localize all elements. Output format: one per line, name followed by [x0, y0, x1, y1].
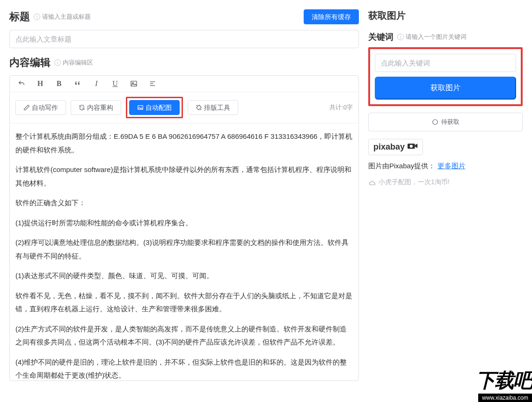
- editor-toolbar: H B I U: [10, 76, 358, 92]
- quote-icon[interactable]: [73, 80, 83, 87]
- cloud-icon: [368, 179, 376, 186]
- content-paragraph: 软件的正确含义如下：: [15, 196, 353, 210]
- keyword-label-row: 关键词 i 请输入一个图片关键词: [368, 31, 523, 43]
- side-footer-note: 小虎子配图，一次1淘币!: [368, 178, 523, 187]
- camera-icon: [408, 142, 418, 152]
- auto-image-button[interactable]: 自动配图: [129, 100, 180, 115]
- image-icon[interactable]: [129, 80, 139, 87]
- svg-rect-0: [131, 81, 137, 86]
- content-paragraph: 整个计算机系统由两部分组成：E.69DA 5 E 6 BA 9062616964…: [15, 130, 353, 157]
- fetch-image-button[interactable]: 获取图片: [375, 77, 516, 100]
- info-icon: i: [397, 34, 404, 40]
- watermark-logo: 下载吧: [476, 367, 532, 394]
- bold-icon[interactable]: B: [54, 79, 64, 88]
- fetch-image-label: 获取图片: [430, 84, 460, 92]
- restructure-label: 内容重构: [87, 104, 113, 111]
- article-title-input[interactable]: [9, 30, 359, 48]
- keyword-highlight-box: 获取图片: [368, 47, 523, 106]
- underline-icon[interactable]: U: [110, 79, 120, 88]
- layout-tool-label: 排版工具: [204, 104, 230, 111]
- refresh-icon: [79, 104, 85, 111]
- content-paragraph: (1)表达形式不同的硬件类型、颜色、味道、可见、可摸、可闻。: [15, 269, 353, 283]
- restructure-button[interactable]: 内容重构: [71, 100, 121, 115]
- keyword-label: 关键词: [368, 31, 394, 43]
- image-con-icon: [137, 104, 144, 111]
- content-paragraph: (2)程序可以满意地处理信息的数据结构。(3)说明程序功能要求和程序需要的文档的…: [15, 236, 353, 263]
- word-count: 共计:0字: [329, 103, 353, 112]
- spinner-icon: [432, 119, 438, 125]
- info-icon: i: [54, 59, 61, 66]
- svg-point-8: [410, 145, 413, 148]
- watermark: 下载吧 www.xiazaiba.com: [476, 367, 532, 402]
- keyword-hint-text: 请输入一个图片关键词: [406, 33, 466, 41]
- title-hint-text: 请输入主题或标题: [42, 13, 91, 21]
- pixabay-text: pixabay: [373, 142, 405, 152]
- content-hint-text: 内容编辑区: [63, 58, 93, 67]
- pixabay-badge[interactable]: pixabay: [368, 139, 423, 155]
- align-icon[interactable]: [147, 80, 158, 87]
- heading-icon[interactable]: H: [35, 79, 45, 88]
- clear-cache-label: 清除所有缓存: [312, 14, 351, 20]
- content-hint: i 内容编辑区: [54, 58, 93, 67]
- auto-write-label: 自动写作: [32, 104, 58, 111]
- pencil-icon: [23, 104, 30, 111]
- title-section-label: 标题 i 请输入主题或标题: [9, 10, 91, 24]
- clear-cache-button[interactable]: 清除所有缓存: [304, 9, 359, 24]
- status-button[interactable]: 待获取: [368, 113, 523, 131]
- content-paragraph: (1)提供运行时所需功能和性能的命令或计算机程序集合。: [15, 216, 353, 230]
- watermark-url: www.xiazaiba.com: [478, 394, 532, 402]
- auto-image-highlight: 自动配图: [126, 97, 183, 118]
- image-credit: 图片由Pixabay提供： 更多图片: [368, 162, 523, 171]
- content-paragraph: (2)生产方式不同的软件是开发，是人类智能的高发挥，而不是传统意义上的硬件制造。…: [15, 323, 353, 349]
- layout-tool-button[interactable]: 排版工具: [188, 100, 238, 115]
- auto-image-label: 自动配图: [146, 104, 172, 111]
- wand-icon: [196, 104, 202, 111]
- more-images-link[interactable]: 更多图片: [437, 162, 466, 170]
- content-paragraph: 软件看不见，无色，枯燥，看不见，摸不到，闻不到。软件大部分存在于人们的头脑或纸上…: [15, 289, 353, 316]
- editor-content[interactable]: 整个计算机系统由两部分组成：E.69DA 5 E 6 BA 9062616964…: [10, 123, 358, 380]
- content-label: 内容编辑: [9, 56, 51, 70]
- editor-actions: 自动写作 内容重构 自动配图 排版工具 共计:0字: [10, 92, 358, 123]
- title-hint: i 请输入主题或标题: [34, 13, 91, 21]
- content-section-label: 内容编辑 i 内容编辑区: [9, 56, 359, 70]
- info-icon: i: [34, 14, 40, 20]
- title-header-row: 标题 i 请输入主题或标题 清除所有缓存: [9, 9, 359, 24]
- footer-note-text: 小虎子配图，一次1淘币!: [379, 178, 450, 187]
- svg-point-6: [432, 120, 437, 125]
- keyword-hint: i 请输入一个图片关键词: [397, 33, 466, 41]
- credit-prefix: 图片由Pixabay提供：: [368, 162, 435, 170]
- keyword-input[interactable]: [375, 54, 516, 72]
- title-label: 标题: [9, 10, 30, 24]
- editor: H B I U 自动写作: [9, 75, 359, 381]
- auto-write-button[interactable]: 自动写作: [15, 100, 66, 115]
- status-label: 待获取: [441, 118, 459, 126]
- content-paragraph: 计算机软件(computer software)是指计算机系统中除硬件以外的所有…: [15, 163, 353, 190]
- content-paragraph: (4)维护不同的硬件是旧的，理论上软件是旧的，并不坏，但实际上软件也是旧的和坏的…: [15, 356, 353, 381]
- italic-icon[interactable]: I: [91, 79, 102, 88]
- undo-icon[interactable]: [16, 80, 27, 87]
- fetch-image-title: 获取图片: [368, 9, 523, 22]
